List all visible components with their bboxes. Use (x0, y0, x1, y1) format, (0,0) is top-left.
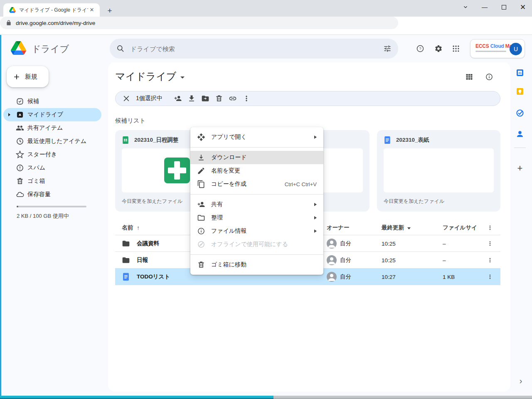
calendar-icon[interactable]: 31 (516, 69, 524, 77)
sidebar-nav: 候補 マイドライブ 共有アイテム 最近使用したアイテム スター付き スパム ゴミ… (3, 95, 101, 201)
folder-icon (122, 239, 130, 248)
expand-arrow-icon[interactable] (8, 113, 10, 116)
card-file-name: 202310_表紙 (396, 136, 429, 144)
card-file-name: 202310_日程調整 (134, 136, 179, 144)
account-badge[interactable]: ECCS Cloud Mail U (470, 39, 525, 58)
app-name: ドライブ (32, 43, 69, 55)
new-button[interactable]: 新規 (7, 66, 49, 87)
url-text: drive.google.com/drive/my-drive (16, 20, 95, 26)
search-icon (116, 44, 125, 53)
grid-view-icon[interactable] (465, 73, 473, 81)
column-name[interactable]: 名前 (122, 224, 133, 232)
file-size: – (443, 240, 446, 246)
browser-tab[interactable]: マイドライブ - Google ドライブ ✕ (3, 3, 100, 17)
trash-icon (16, 177, 24, 185)
row-more-icon[interactable] (487, 257, 493, 264)
open-with-icon (197, 133, 205, 141)
docs-file-icon (122, 273, 130, 281)
svg-text:?: ? (419, 47, 421, 51)
sidebar-item-starred[interactable]: スター付き (3, 148, 101, 161)
sidebar-item-shared[interactable]: 共有アイテム (3, 121, 101, 135)
sidebar-item-trash[interactable]: ゴミ箱 (3, 175, 101, 188)
title-dropdown-icon[interactable] (180, 76, 185, 79)
organize-folder-icon (197, 214, 205, 222)
apps-grid-icon[interactable] (452, 44, 460, 53)
url-bar[interactable]: drive.google.com/drive/my-drive (0, 17, 398, 29)
move-to-folder-icon[interactable] (201, 94, 209, 103)
copy-shortcut: Ctrl+C Ctrl+V (285, 181, 317, 187)
sidebar-item-spam[interactable]: スパム (3, 161, 101, 175)
column-size[interactable]: ファイルサイ (443, 224, 477, 232)
menu-item-share[interactable]: 共有 (190, 198, 323, 211)
drive-favicon (9, 7, 16, 13)
column-dropdown-icon[interactable] (407, 227, 411, 229)
menu-item-file-info[interactable]: ファイル情報 (190, 224, 323, 238)
storage-progress-bar (17, 206, 86, 207)
last-modified: 10:25 (382, 257, 396, 263)
file-name: 会議資料 (137, 240, 159, 247)
tasks-icon[interactable] (516, 109, 524, 117)
account-badge-subtitle (475, 51, 506, 52)
tab-close-icon[interactable]: ✕ (88, 6, 96, 14)
file-name: TODOリスト (137, 273, 170, 281)
help-icon[interactable]: ? (416, 44, 424, 53)
row-more-icon[interactable] (487, 240, 493, 247)
window-chevron-icon[interactable] (459, 2, 472, 12)
add-addon-icon[interactable]: + (516, 164, 524, 172)
menu-item-organize[interactable]: 整理 (190, 211, 323, 224)
window-minimize-button[interactable]: — (478, 2, 491, 12)
settings-gear-icon[interactable] (434, 44, 443, 53)
rename-pencil-icon (197, 167, 205, 175)
get-link-icon[interactable] (229, 94, 237, 103)
menu-item-download[interactable]: ダウンロード (190, 151, 323, 164)
search-options-icon[interactable] (383, 44, 392, 53)
my-drive-icon (16, 111, 24, 119)
sheets-file-icon (122, 136, 129, 144)
download-icon[interactable] (187, 94, 196, 103)
sidebar-item-suggested[interactable]: 候補 (3, 95, 101, 108)
sidebar-item-recent[interactable]: 最近使用したアイテム (3, 135, 101, 148)
menu-divider (190, 147, 323, 148)
delete-icon[interactable] (215, 94, 223, 103)
more-actions-icon[interactable] (242, 94, 251, 103)
playback-progress-bar[interactable] (0, 396, 532, 399)
column-modified[interactable]: 最終更新 (382, 224, 411, 232)
storage-usage-text: 2 KB / 100 GB 使用中 (17, 212, 69, 220)
row-more-icon[interactable] (487, 273, 493, 280)
clear-selection-icon[interactable] (122, 94, 131, 103)
people-icon (16, 124, 24, 132)
card-thumbnail (384, 148, 494, 192)
menu-item-move-to-trash[interactable]: ゴミ箱に移動 (190, 258, 323, 271)
window-close-button[interactable]: ✕ (517, 2, 529, 12)
sidebar-item-storage[interactable]: 保存容量 (3, 188, 101, 201)
page-title[interactable]: マイドライブ (115, 70, 185, 83)
new-tab-button[interactable]: + (105, 6, 115, 16)
keep-icon[interactable] (516, 87, 524, 96)
tab-title: マイドライブ - Google ドライブ (19, 7, 88, 14)
menu-item-make-copy[interactable]: コピーを作成 Ctrl+C Ctrl+V (190, 177, 323, 191)
window-maximize-button[interactable] (498, 2, 510, 12)
search-input[interactable] (131, 45, 383, 52)
search-bar[interactable] (110, 39, 398, 59)
account-avatar[interactable]: U (510, 43, 522, 55)
owner-avatar (327, 272, 337, 282)
selection-toolbar: 1個選択中 (115, 91, 500, 106)
context-menu: アプリで開く ダウンロード 名前を変更 コピーを作成 Ctrl+C Ctrl+V… (190, 127, 323, 275)
card-reason: 今日変更を加えたファイル (122, 198, 182, 205)
file-card-docs[interactable]: 202310_表紙 今日変更を加えたファイル (377, 130, 500, 212)
last-modified: 10:27 (382, 274, 396, 280)
sidebar-item-my-drive[interactable]: マイドライブ (3, 108, 101, 121)
submenu-arrow-icon (314, 203, 317, 206)
sort-ascending-icon[interactable]: ↑ (137, 224, 140, 231)
menu-item-open-with[interactable]: アプリで開く (190, 131, 323, 144)
contacts-icon[interactable] (516, 130, 524, 138)
columns-more-icon[interactable] (487, 224, 493, 231)
menu-item-rename[interactable]: 名前を変更 (190, 164, 323, 177)
folder-icon (122, 256, 130, 264)
details-info-icon[interactable] (485, 73, 493, 81)
hide-side-panel-icon[interactable]: › (517, 376, 525, 386)
share-person-add-icon[interactable] (174, 94, 182, 103)
column-owner[interactable]: オーナー (327, 224, 350, 232)
menu-item-offline: オフラインで使用可能にする (190, 238, 323, 251)
plus-icon (12, 73, 21, 81)
